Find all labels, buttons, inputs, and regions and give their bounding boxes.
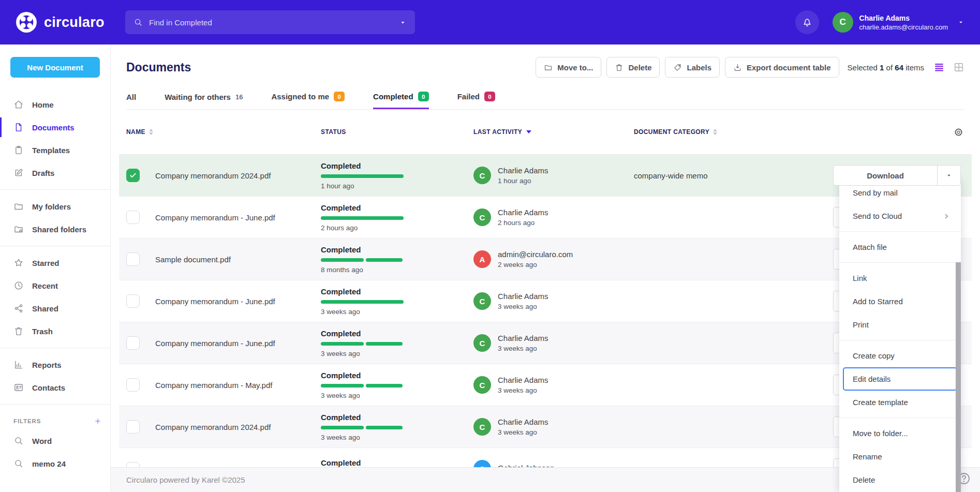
menu-item-rename[interactable]: Rename (839, 445, 961, 468)
progress-segment (321, 384, 364, 387)
progress-segment (366, 426, 402, 429)
new-document-button[interactable]: New Document (10, 57, 100, 78)
row-checkbox[interactable] (126, 420, 140, 434)
column-header-document-category[interactable]: DOCUMENT CATEGORY (634, 128, 823, 136)
menu-item-create-copy[interactable]: Create copy (839, 344, 961, 367)
progress-bar (321, 426, 404, 429)
activity-user-name: Charlie Adams (498, 292, 548, 301)
grid-view-icon[interactable] (953, 62, 964, 73)
menu-item-edit-details[interactable]: Edit details (843, 367, 957, 391)
labels-button[interactable]: Labels (665, 57, 720, 78)
filter-item-memo-24[interactable]: memo 24 (0, 452, 110, 475)
sidebar-item-documents[interactable]: Documents (0, 116, 110, 139)
move-to-button[interactable]: Move to... (536, 57, 601, 78)
page-title: Documents (126, 61, 191, 74)
sidebar-item-shared[interactable]: Shared (0, 297, 110, 320)
activity-time: 3 weeks ago (498, 345, 548, 352)
tab-all[interactable]: All (126, 93, 136, 109)
search-bar[interactable] (125, 10, 415, 34)
folder-icon (544, 63, 553, 72)
menu-item-move-to-folder[interactable]: Move to folder... (839, 422, 961, 445)
selection-total: 64 (895, 63, 903, 72)
sidebar-item-label: Contacts (32, 383, 65, 392)
menu-item-send-to-cloud[interactable]: Send to Cloud (839, 204, 961, 228)
download-button-label: Download (834, 166, 937, 185)
sidebar-item-home[interactable]: Home (0, 93, 110, 116)
search-scope-chevron-icon[interactable] (399, 19, 407, 26)
export-document-table-button[interactable]: Export document table (725, 57, 839, 78)
selection-suffix: items (905, 63, 924, 72)
sidebar-item-contacts[interactable]: Contacts (0, 376, 110, 399)
sidebar-item-label: Starred (32, 259, 60, 267)
user-name: Charlie Adams (859, 13, 948, 23)
menu-item-delete[interactable]: Delete (839, 468, 961, 491)
button-label: Export document table (747, 63, 831, 72)
menu-item-link[interactable]: Link (839, 266, 961, 290)
menu-item-attach-file[interactable]: Attach file (839, 235, 961, 259)
status-time: 3 weeks ago (321, 350, 473, 357)
activity-meta: Charlie Adams1 hour ago (498, 166, 548, 185)
sidebar-item-trash[interactable]: Trash (0, 320, 110, 342)
sidebar-item-drafts[interactable]: Drafts (0, 161, 110, 184)
sidebar-item-label: Shared (32, 304, 58, 313)
row-checkbox[interactable] (126, 294, 140, 308)
status-time: 1 hour ago (321, 182, 473, 190)
sort-icon (149, 129, 153, 135)
avatar: C (473, 208, 491, 226)
menu-item-label: Move to folder... (853, 429, 908, 438)
last-activity-cell: CCharlie Adams1 hour ago (473, 166, 634, 185)
menu-item-print[interactable]: Print (839, 313, 961, 336)
user-meta: Charlie Adams charlie.adams@circularo.co… (859, 13, 948, 31)
sidebar-item-label: Drafts (32, 169, 54, 177)
delete-button[interactable]: Delete (606, 57, 660, 78)
filter-item-word[interactable]: Word (0, 429, 110, 452)
progress-segment (366, 258, 402, 262)
progress-segment (366, 384, 402, 387)
user-menu[interactable]: C Charlie Adams charlie.adams@circularo.… (833, 12, 964, 33)
download-button[interactable]: Download (833, 165, 961, 186)
document-name: Company memorandum - June.pdf (155, 213, 316, 222)
tab-failed[interactable]: Failed0 (457, 92, 495, 109)
column-header-name[interactable]: NAME (126, 128, 316, 136)
menu-scrollbar[interactable] (956, 262, 961, 492)
list-view-icon[interactable] (933, 62, 945, 73)
last-activity-cell: CCharlie Adams3 weeks ago (473, 418, 634, 436)
row-actions-menu: Send by mailSend to CloudAttach fileLink… (839, 178, 961, 492)
row-checkbox[interactable] (126, 169, 140, 182)
tab-completed[interactable]: Completed0 (373, 92, 429, 109)
column-label: DOCUMENT CATEGORY (634, 128, 709, 136)
sidebar-item-templates[interactable]: Templates (0, 139, 110, 161)
sidebar-item-shared-folders[interactable]: Shared folders (0, 218, 110, 241)
progress-bar (321, 342, 404, 346)
search-input[interactable] (149, 18, 393, 27)
download-dropdown-toggle[interactable] (937, 166, 960, 185)
column-header-status[interactable]: STATUS (316, 128, 473, 136)
sidebar-item-starred[interactable]: Starred (0, 251, 110, 274)
row-checkbox[interactable] (126, 252, 140, 266)
progress-segment (321, 258, 364, 262)
row-checkbox[interactable] (126, 336, 140, 350)
activity-time: 3 weeks ago (498, 428, 548, 436)
menu-item-add-to-starred[interactable]: Add to Starred (839, 290, 961, 313)
row-checkbox[interactable] (126, 211, 140, 224)
tab-assigned-to-me[interactable]: Assigned to me0 (271, 92, 345, 109)
folder-shared-icon (13, 224, 24, 234)
add-filter-icon[interactable] (94, 417, 102, 425)
status-label: Completed (321, 413, 473, 422)
view-toggle (933, 62, 964, 73)
column-header-last-activity[interactable]: LAST ACTIVITY (473, 128, 634, 136)
sidebar-item-reports[interactable]: Reports (0, 353, 110, 376)
sidebar-item-label: Recent (32, 281, 58, 290)
sidebar-item-my-folders[interactable]: My folders (0, 195, 110, 218)
table-settings-button[interactable] (823, 127, 964, 137)
row-checkbox-cell (126, 252, 155, 266)
status-label: Completed (321, 161, 473, 170)
tab-waiting-for-others[interactable]: Waiting for others16 (165, 93, 243, 109)
sidebar-item-recent[interactable]: Recent (0, 274, 110, 297)
progress-bar (321, 384, 404, 387)
notifications-button[interactable] (795, 10, 819, 34)
brand[interactable]: circularo (0, 11, 120, 33)
menu-item-create-template[interactable]: Create template (839, 391, 961, 414)
row-checkbox[interactable] (126, 378, 140, 392)
contacts-icon (13, 382, 24, 393)
